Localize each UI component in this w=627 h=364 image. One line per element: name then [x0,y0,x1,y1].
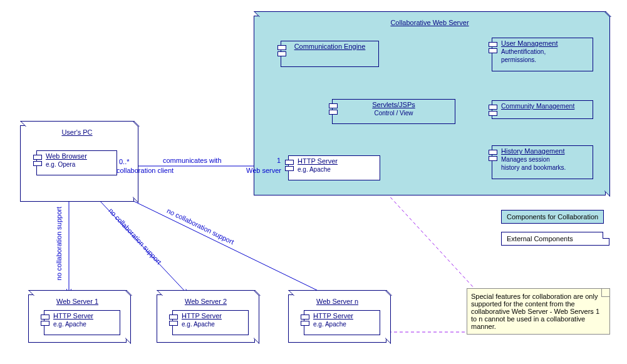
component-ws2-http: HTTP Server e.g. Apache [172,310,249,335]
ws1-http-title: HTTP Server [44,311,120,320]
ws2-http-title: HTTP Server [173,311,248,320]
history-mgmt-body2: history and bookmarks. [492,163,593,171]
label-nocollab-3: no collaboration support [166,207,236,246]
web-browser-title: Web Browser [37,151,117,160]
ws2-title: Web Server 2 [157,295,254,308]
legend-collab-text: Components for Collaboration [507,213,598,221]
label-collab-client: collaboration client [117,167,174,174]
servlets-title: Servlets/JSPs [333,100,455,108]
svg-line-11 [379,185,489,304]
wsn-title: Web Server n [289,295,386,308]
user-mgmt-body2: permissions. [492,55,593,63]
servlets-body: Control / View [333,108,455,117]
diagram-canvas: User's PC Web Browser e.g. Opera Collabo… [0,0,627,364]
label-nocollab-1: no collaboration support [55,207,63,280]
component-wsn-http: HTTP Server e.g. Apache [304,310,380,335]
label-communicates: communicates with [163,157,222,164]
user-mgmt-body1: Authentification, [492,47,593,55]
component-http-collab: HTTP Server e.g. Apache [288,155,380,180]
note-box: Special features for collaboration are o… [467,288,610,335]
legend-collab: Components for Collaboration [501,210,604,224]
component-servlets: Servlets/JSPs Control / View [332,99,455,124]
label-nocollab-2: no collaboration support [107,207,163,266]
web-browser-body: e.g. Opera [37,160,117,168]
component-comm-engine: Communication Engine [281,41,379,67]
wsn-http-title: HTTP Server [304,311,380,320]
label-mult-1: 1 [277,157,281,164]
history-mgmt-title: History Management [492,146,593,155]
legend-external: External Components [501,232,609,246]
label-webserver-role: Web server [246,167,281,174]
component-community-mgmt: Community Management [492,100,593,119]
note-fold-icon [601,289,609,297]
ws1-title: Web Server 1 [29,295,126,308]
ws1-http-body: e.g. Apache [44,320,120,328]
component-user-mgmt: User Management Authentification, permis… [492,38,593,71]
collab-server-title: Collaborative Web Server [254,16,605,29]
history-mgmt-body1: Manages session [492,155,593,163]
note-text: Special features for collaboration are o… [471,293,599,330]
component-history-mgmt: History Management Manages session histo… [492,145,593,179]
ws2-http-body: e.g. Apache [173,320,248,328]
http-collab-title: HTTP Server [289,156,380,165]
legend-external-text: External Components [507,235,573,242]
component-ws1-http: HTTP Server e.g. Apache [44,310,120,335]
users-pc-title: User's PC [21,126,133,138]
label-mult-0n: 0..* [119,158,130,165]
http-collab-body: e.g. Apache [289,165,380,173]
component-web-browser: Web Browser e.g. Opera [36,150,117,175]
wsn-http-body: e.g. Apache [304,320,380,328]
user-mgmt-title: User Management [492,38,593,47]
comm-engine-title: Communication Engine [281,41,378,50]
community-mgmt-title: Community Management [492,101,593,110]
